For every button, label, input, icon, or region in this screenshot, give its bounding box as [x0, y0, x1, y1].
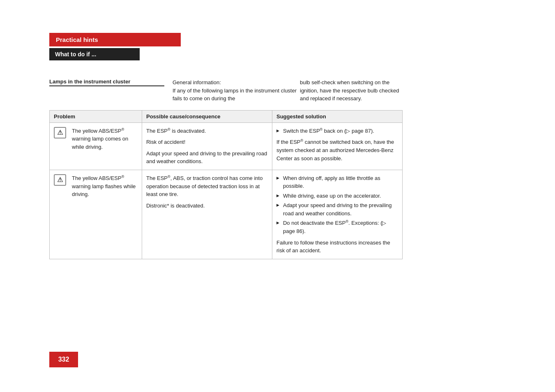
solution-note-2: Failure to follow these instructions inc… — [276, 239, 398, 255]
problem-cell-2: ⚠ The yellow ABS/ESP® warning lamp flash… — [50, 170, 142, 259]
problem-cell-1: ⚠ The yellow ABS/ESP® warning lamp comes… — [50, 122, 142, 170]
solution-bullet-2c: Adapt your speed and driving to the prev… — [276, 201, 398, 217]
practical-hints-bar: Practical hints — [49, 33, 181, 46]
intro-right: bulb self-check when switching on the ig… — [300, 78, 403, 103]
table-row: ⚠ The yellow ABS/ESP® warning lamp comes… — [50, 122, 403, 170]
col-header-problem: Problem — [50, 110, 142, 122]
cause-para-1c: Adapt your speed and driving to the prev… — [146, 150, 268, 166]
cause-cell-1: The ESP® is deactivated. Risk of acciden… — [142, 122, 272, 170]
cause-para-2b: Distronic* is deactivated. — [146, 202, 268, 210]
problem-text-1: The yellow ABS/ESP® warning lamp comes o… — [72, 127, 138, 151]
solution-bullet-2b: While driving, ease up on the accelerato… — [276, 192, 398, 200]
solution-cell-1: Switch the ESP® back on (▷ page 87). If … — [272, 122, 402, 170]
solution-note-1: If the ESP® cannot be switched back on, … — [276, 138, 398, 162]
page-number-block: 332 — [49, 352, 78, 367]
solution-bullets-2: When driving off, apply as little thrott… — [276, 174, 398, 235]
solution-cell-2: When driving off, apply as little thrott… — [272, 170, 402, 259]
page-number: 332 — [49, 352, 78, 367]
solution-bullet-2a: When driving off, apply as little thrott… — [276, 174, 398, 190]
solution-bullet-2d: Do not deactivate the ESP®. Exceptions: … — [276, 219, 398, 235]
warning-icon-2: ⚠ — [54, 174, 66, 186]
cause-para-1b: Risk of accident! — [146, 138, 268, 146]
what-to-do-bar: What to do if ... — [49, 48, 140, 60]
intro-area: Lamps in the instrument cluster General … — [49, 78, 403, 103]
problem-text-2: The yellow ABS/ESP® warning lamp flashes… — [72, 174, 138, 198]
table-row: ⚠ The yellow ABS/ESP® warning lamp flash… — [50, 170, 403, 259]
col-header-cause: Possible cause/consequence — [142, 110, 272, 122]
intro-middle: General information: If any of the follo… — [173, 78, 300, 103]
main-table: Problem Possible cause/consequence Sugge… — [49, 110, 403, 259]
cause-cell-2: The ESP®, ABS, or traction control has c… — [142, 170, 272, 259]
solution-bullet-1a: Switch the ESP® back on (▷ page 87). — [276, 127, 398, 135]
section-title: Lamps in the instrument cluster — [49, 78, 164, 86]
col-header-solution: Suggested solution — [272, 110, 402, 122]
cause-para-1a: The ESP® is deactivated. — [146, 127, 268, 135]
cause-para-2a: The ESP®, ABS, or traction control has c… — [146, 174, 268, 198]
warning-icon-1: ⚠ — [54, 127, 66, 138]
intro-left: Lamps in the instrument cluster — [49, 78, 173, 88]
solution-bullets-1: Switch the ESP® back on (▷ page 87). — [276, 127, 398, 135]
header-block: Practical hints What to do if ... — [49, 33, 403, 70]
